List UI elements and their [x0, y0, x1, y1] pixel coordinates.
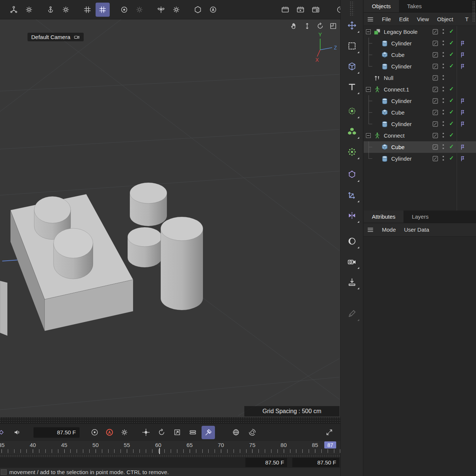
visibility-dots[interactable]: [442, 52, 444, 58]
timeline-ticks[interactable]: [0, 449, 340, 453]
tree-item-cube[interactable]: Cube✓: [364, 141, 476, 153]
edit-tag-icon[interactable]: [432, 86, 438, 93]
camera-orbit-toggle-button[interactable]: [245, 426, 259, 439]
cylinder-b[interactable]: [128, 227, 162, 267]
enabled-checkmark[interactable]: ✓: [448, 143, 455, 150]
keying-settings-button[interactable]: [118, 426, 131, 439]
annotate-pen-button[interactable]: [343, 305, 360, 322]
visibility-dots[interactable]: [442, 40, 444, 47]
tree-item-connect[interactable]: Connect✓: [364, 130, 476, 141]
tab-layers[interactable]: Layers: [403, 210, 437, 223]
anchor-tool-button[interactable]: [44, 3, 58, 17]
visibility-dots[interactable]: [442, 63, 444, 70]
expand-toggle[interactable]: [366, 133, 371, 138]
keyframe-clip-button[interactable]: [0, 426, 7, 439]
solo-toggle-button[interactable]: [229, 426, 242, 439]
record-scale-button[interactable]: [170, 426, 184, 439]
text-tool-button[interactable]: [343, 78, 360, 95]
visibility-dots[interactable]: [442, 98, 444, 104]
record-position-button[interactable]: [139, 426, 152, 439]
expand-toggle[interactable]: [366, 87, 371, 92]
edit-tag-icon[interactable]: [432, 109, 438, 116]
record-rotation-button[interactable]: [155, 426, 168, 439]
phong-tag-icon[interactable]: [459, 51, 466, 58]
visibility-dots[interactable]: [442, 144, 444, 151]
workplane-snap-button[interactable]: [96, 3, 110, 17]
edit-tag-icon[interactable]: [432, 63, 438, 70]
hamburger-icon[interactable]: [367, 16, 376, 23]
edit-tag-icon[interactable]: [432, 52, 438, 58]
sphere-shade-button[interactable]: [343, 232, 360, 250]
orbit-rotate-button[interactable]: [315, 21, 325, 31]
add-cube-button[interactable]: [343, 58, 360, 75]
target-snap-button[interactable]: [117, 3, 131, 17]
tree-item-null[interactable]: Null: [364, 72, 476, 84]
autokeying-button[interactable]: [103, 426, 116, 439]
hamburger-icon[interactable]: [367, 226, 376, 234]
character-tool-button[interactable]: [7, 3, 21, 17]
tree-item-cylinder[interactable]: Cylinder✓: [364, 153, 476, 164]
phong-tag-icon[interactable]: [459, 120, 466, 127]
viewport-canvas[interactable]: [0, 19, 340, 417]
edit-tag-icon[interactable]: [432, 155, 438, 162]
edit-tag-icon[interactable]: [432, 132, 438, 139]
viewport[interactable]: Default Camera Y Z X Grid Spacing : 500 …: [0, 19, 340, 417]
annotate-circle-a-button[interactable]: [206, 3, 220, 17]
dolly-vertical-button[interactable]: [302, 21, 312, 31]
record-parameter-button[interactable]: [186, 426, 199, 439]
axis-workplane-button[interactable]: [343, 186, 360, 203]
timeline-playhead[interactable]: 87: [324, 441, 336, 448]
partial-brick[interactable]: [0, 281, 7, 336]
visibility-dots[interactable]: [442, 86, 444, 93]
current-frame-field[interactable]: 87.50 F: [33, 427, 80, 438]
menu-user-data[interactable]: User Data: [400, 226, 434, 233]
menu-mode[interactable]: Mode: [378, 226, 400, 233]
palette-grip[interactable]: [472, 1, 476, 22]
menu-object[interactable]: Object: [433, 16, 457, 22]
tree-item-cylinder[interactable]: Cylinder✓: [364, 118, 476, 130]
edit-tag-icon[interactable]: [432, 144, 438, 150]
enabled-checkmark[interactable]: ✓: [448, 132, 455, 138]
phong-tag-icon[interactable]: [459, 40, 466, 46]
menu-edit[interactable]: Edit: [395, 16, 413, 22]
move-tool-button[interactable]: [343, 17, 360, 34]
menu-tags[interactable]: T: [461, 16, 473, 22]
enabled-checkmark[interactable]: ✓: [448, 39, 455, 46]
phong-tag-icon[interactable]: [459, 97, 466, 104]
phong-tag-icon[interactable]: [459, 109, 466, 116]
tab-objects[interactable]: Objects: [364, 0, 399, 12]
anchor-settings-gear-button[interactable]: [59, 3, 73, 17]
render-settings-button[interactable]: [309, 3, 323, 17]
tree-item-connect-1[interactable]: Connect.1✓: [364, 84, 476, 95]
tree-item-cylinder[interactable]: Cylinder✓: [364, 95, 476, 107]
knife-settings-gear-button[interactable]: [169, 3, 183, 17]
render-picture-viewer-button[interactable]: [293, 3, 308, 17]
tree-item-legacy-boole[interactable]: Legacy Boole✓: [364, 26, 476, 38]
enabled-checkmark[interactable]: ✓: [448, 28, 455, 35]
enabled-checkmark[interactable]: ✓: [448, 109, 455, 115]
edit-tag-icon[interactable]: [432, 75, 438, 81]
cylinder-a[interactable]: [130, 183, 167, 226]
grid-snap-button[interactable]: [80, 3, 94, 17]
snap-settings-gear-button[interactable]: [132, 3, 147, 17]
pan-hand-button[interactable]: [289, 21, 299, 31]
enabled-checkmark[interactable]: ✓: [448, 62, 455, 69]
timeline-ruler[interactable]: 3540455055606570758085 87: [0, 441, 340, 454]
tree-item-cube[interactable]: Cube✓: [364, 107, 476, 118]
modeling-settings-button[interactable]: [343, 102, 360, 119]
generators-button[interactable]: [343, 143, 360, 160]
enabled-checkmark[interactable]: ✓: [448, 97, 455, 104]
tree-item-cylinder[interactable]: Cylinder✓: [364, 61, 476, 72]
expand-toggle[interactable]: [366, 29, 371, 34]
enabled-checkmark[interactable]: ✓: [448, 155, 455, 161]
edit-tag-icon[interactable]: [432, 121, 438, 127]
asset-browser-button[interactable]: [343, 123, 360, 140]
enabled-checkmark[interactable]: ✓: [448, 86, 455, 92]
rectangle-select-button[interactable]: [343, 37, 360, 54]
edit-tag-icon[interactable]: [432, 98, 438, 104]
tree-item-cube[interactable]: Cube✓: [364, 49, 476, 61]
menu-file[interactable]: File: [378, 16, 395, 22]
render-view-button[interactable]: [278, 3, 292, 17]
symmetry-mirror-button[interactable]: [343, 207, 360, 224]
palette-separator[interactable]: [0, 454, 340, 457]
